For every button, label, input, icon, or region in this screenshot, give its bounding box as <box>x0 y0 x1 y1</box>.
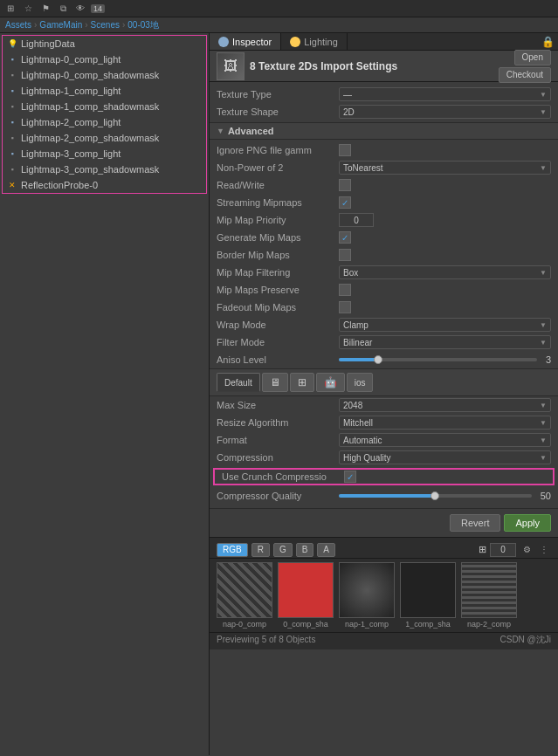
resize-algorithm-dropdown[interactable]: Mitchell ▼ <box>339 416 551 430</box>
file-item-lighting-data[interactable]: 💡 LightingData <box>3 36 206 52</box>
thumb-nap-1-comp[interactable]: nap-1_comp <box>339 562 395 629</box>
advanced-section-header[interactable]: ▼ Advanced <box>210 122 558 140</box>
channel-rgb-button[interactable]: RGB <box>217 543 248 557</box>
max-size-dropdown[interactable]: 2048 ▼ <box>339 398 551 412</box>
aniso-level-label: Aniso Level <box>217 354 339 365</box>
texture-shape-label: Texture Shape <box>217 107 339 117</box>
use-crunch-checkbox[interactable] <box>344 471 356 483</box>
asset-title: 8 Texture 2Ds Import Settings <box>250 60 493 72</box>
platform-tab-monitor[interactable]: 🖥 <box>262 373 288 392</box>
checkout-button[interactable]: Checkout <box>499 67 551 83</box>
file-label-lm1-light: Lightmap-1_comp_light <box>21 86 121 96</box>
read-write-checkbox[interactable] <box>339 179 351 191</box>
wrap-mode-value: Clamp ▼ <box>339 318 551 332</box>
quality-slider[interactable] <box>339 494 532 498</box>
non-power-dropdown[interactable]: ToNearest ▼ <box>339 161 551 175</box>
mip-filtering-value: Box ▼ <box>339 265 551 279</box>
format-dropdown[interactable]: Automatic ▼ <box>339 433 551 447</box>
star-icon[interactable]: ☆ <box>21 2 35 16</box>
generate-mip-value <box>339 231 551 244</box>
channel-r-button[interactable]: R <box>251 543 270 557</box>
aniso-slider[interactable] <box>339 358 537 361</box>
file-list-border: 💡 LightingData ▪ Lightmap-0_comp_light ▪… <box>2 35 207 194</box>
file-label-lm0-shadow: Lightmap-0_comp_shadowmask <box>21 70 159 80</box>
thumb-1-comp-sha[interactable]: 1_comp_sha <box>400 562 456 629</box>
border-mip-value <box>339 249 551 261</box>
read-write-label: Read/Write <box>217 180 339 190</box>
aniso-slider-thumb[interactable] <box>374 355 382 364</box>
file-item-lm2-shadow[interactable]: ▪ Lightmap-2_comp_shadowmask <box>3 130 206 146</box>
platform-tab-grid[interactable]: ⊞ <box>290 373 314 392</box>
platform-tab-default[interactable]: Default <box>217 373 260 392</box>
lock-icon[interactable]: 🔒 <box>541 36 555 48</box>
file-item-lm3-shadow[interactable]: ▪ Lightmap-3_comp_shadowmask <box>3 162 206 177</box>
file-item-lm2-light[interactable]: ▪ Lightmap-2_comp_light <box>3 114 206 130</box>
breadcrumb-gamemain[interactable]: GameMain <box>39 20 82 30</box>
channel-b-button[interactable]: B <box>296 543 314 557</box>
preview-value-input[interactable] <box>490 543 516 557</box>
bookmark-icon[interactable]: ⚑ <box>38 2 52 16</box>
fadeout-mip-checkbox[interactable] <box>339 301 351 313</box>
preview-thumbs: nap-0_comp 0_comp_sha nap-1_comp 1_comp_… <box>210 562 558 629</box>
breadcrumb-assets[interactable]: Assets <box>5 20 31 30</box>
fadeout-mip-label: Fadeout Mip Maps <box>217 302 339 313</box>
wrap-mode-dropdown[interactable]: Clamp ▼ <box>339 318 551 332</box>
ignore-png-checkbox[interactable] <box>339 144 351 156</box>
mip-priority-input[interactable] <box>339 213 374 227</box>
platform-tab-ios[interactable]: ios <box>347 373 374 392</box>
tab-lighting[interactable]: Lighting <box>281 33 348 50</box>
streaming-mipmaps-row: Streaming Mipmaps <box>210 194 558 211</box>
compression-dropdown[interactable]: High Quality ▼ <box>339 450 551 464</box>
read-write-value <box>339 179 551 191</box>
eye-icon[interactable]: 👁 <box>73 2 87 16</box>
file-item-lm0-light[interactable]: ▪ Lightmap-0_comp_light <box>3 52 206 67</box>
lighting-tab-icon <box>290 37 300 47</box>
channel-g-button[interactable]: G <box>273 543 293 557</box>
layers-icon[interactable]: ⧉ <box>56 2 70 16</box>
platform-tabs: Default 🖥 ⊞ 🤖 ios <box>210 368 558 396</box>
format-row: Format Automatic ▼ <box>210 431 558 449</box>
shadowmask-icon-2: ▪ <box>6 132 18 144</box>
thumb-label-nap-2-comp: nap-2_comp <box>467 620 511 629</box>
file-item-lm1-shadow[interactable]: ▪ Lightmap-1_comp_shadowmask <box>3 99 206 114</box>
mip-filtering-dropdown[interactable]: Box ▼ <box>339 265 551 279</box>
resize-algorithm-selected: Mitchell <box>343 418 373 428</box>
streaming-mipmaps-checkbox[interactable] <box>339 196 351 209</box>
compressor-quality-label: Compressor Quality <box>217 491 339 501</box>
compression-row: Compression High Quality ▼ <box>210 449 558 466</box>
apply-button[interactable]: Apply <box>504 514 551 532</box>
breadcrumb-scenes[interactable]: Scenes <box>91 20 120 30</box>
thumb-image-nap-2-comp <box>461 562 517 618</box>
file-item-lm1-light[interactable]: ▪ Lightmap-1_comp_light <box>3 83 206 99</box>
revert-button[interactable]: Revert <box>450 514 500 532</box>
breadcrumb-folder[interactable]: 00-03地 <box>127 19 159 31</box>
thumb-nap-2-comp[interactable]: nap-2_comp <box>461 562 517 629</box>
mip-priority-value <box>339 213 551 227</box>
filter-mode-value: Bilinear ▼ <box>339 335 551 349</box>
generate-mip-checkbox[interactable] <box>339 231 351 244</box>
quality-slider-thumb[interactable] <box>431 491 439 500</box>
mip-filtering-row: Mip Map Filtering Box ▼ <box>210 264 558 281</box>
open-button[interactable]: Open <box>514 50 551 65</box>
texture-shape-value: 2D ▼ <box>339 105 551 119</box>
file-item-lm3-light[interactable]: ▪ Lightmap-3_comp_light <box>3 146 206 162</box>
filter-mode-dropdown[interactable]: Bilinear ▼ <box>339 335 551 349</box>
file-item-reflection-probe[interactable]: ✕ ReflectionProbe-0 <box>3 177 206 193</box>
thumb-0-comp-sha[interactable]: 0_comp_sha <box>278 562 334 629</box>
texture-shape-dropdown[interactable]: 2D ▼ <box>339 105 551 119</box>
mip-preserve-checkbox[interactable] <box>339 284 351 296</box>
border-mip-checkbox[interactable] <box>339 249 351 261</box>
preview-settings-icon[interactable]: ⚙ <box>520 543 534 557</box>
tab-inspector[interactable]: Inspector <box>210 33 281 50</box>
chevron-down-icon-3: ▼ <box>540 164 547 172</box>
generate-mip-label: Generate Mip Maps <box>217 232 339 243</box>
file-item-lm0-shadow[interactable]: ▪ Lightmap-0_comp_shadowmask <box>3 67 206 83</box>
grid-icon[interactable]: ⊞ <box>3 2 17 16</box>
platform-tab-android[interactable]: 🤖 <box>316 373 345 392</box>
preview-more-icon[interactable]: ⋮ <box>537 543 551 557</box>
thumb-nap-0-comp[interactable]: nap-0_comp <box>217 562 272 629</box>
max-size-row: Max Size 2048 ▼ <box>210 396 558 414</box>
texture-type-dropdown[interactable]: — ▼ <box>339 87 551 101</box>
use-crunch-row: Use Crunch Compressio <box>213 468 555 485</box>
channel-a-button[interactable]: A <box>317 543 335 557</box>
